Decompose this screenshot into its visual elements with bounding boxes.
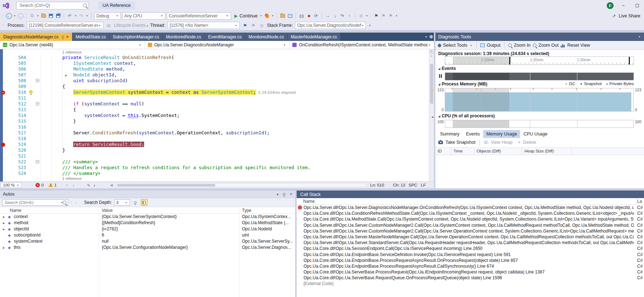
callstack-frame[interactable]: Opc.Ua.Core.dll!Opc.Ua.ServerBase.Proces…	[297, 269, 644, 275]
expander-icon[interactable]: ▸	[3, 220, 5, 226]
stack-frame-select[interactable]: Opc.Ua.Server.DiagnosticsNodeManager.(▾	[295, 22, 366, 29]
breakpoint-margin[interactable]	[0, 142, 10, 147]
next-bookmark-icon[interactable]: ⚑	[388, 12, 394, 19]
minimize-button[interactable]: −	[617, 0, 630, 11]
breakpoint-margin[interactable]	[0, 147, 10, 153]
close-icon[interactable]: ×	[66, 34, 69, 39]
reset-view-button[interactable]: Reset View	[567, 43, 590, 48]
show-output-window-icon[interactable]	[287, 12, 293, 19]
redo-dropdown[interactable]: ▾	[85, 14, 89, 17]
column-header[interactable]: Heap Size (Diff)	[522, 148, 572, 155]
find-in-files-icon[interactable]	[280, 12, 286, 19]
column-header[interactable]: Name	[303, 199, 315, 204]
callstack-frame[interactable]: Opc.Ua.Core.dll!Opc.Ua.MethodState.Call(…	[297, 216, 644, 222]
column-header[interactable]: Name	[10, 208, 21, 213]
diagnostics-tab-cpu-usage[interactable]: CPU Usage	[520, 130, 551, 138]
diagnostic-tools-title[interactable]: Diagnostic Tools ▾	[435, 33, 644, 41]
zoom-out-button[interactable]: Zoom Out	[539, 43, 559, 48]
redo-icon[interactable]: ↷	[78, 12, 84, 19]
window-position-dropdown-icon[interactable]: ▾	[277, 192, 279, 196]
break-all-button[interactable]: ▮▮	[298, 12, 305, 19]
watch-row[interactable]: ◆systemContextnullOpc.Ua.Server.ServerSy…	[0, 238, 295, 244]
format-specifiers-icon[interactable]	[141, 199, 147, 206]
toolbar-grip[interactable]: ⁞	[3, 24, 5, 27]
toolbar-grip[interactable]: ⁞	[369, 14, 372, 18]
breakpoint-margin[interactable]	[0, 171, 10, 176]
next-issue-icon[interactable]: ↓	[72, 183, 75, 187]
diagnostics-tab-summary[interactable]: Summary	[437, 130, 463, 138]
autos-search-box[interactable]: ▾	[2, 199, 68, 206]
output-button[interactable]: Output	[487, 43, 501, 48]
filter-threads-icon[interactable]: ⊘	[259, 22, 265, 29]
collapse-icon[interactable]	[36, 102, 39, 105]
callstack-frame[interactable]: Opc.Ua.Server.dll!Opc.Ua.Server.CustomNo…	[297, 222, 644, 228]
search-next-icon[interactable]: ↓	[75, 200, 77, 205]
column-header[interactable]: ID	[435, 148, 451, 155]
lightbulb-icon[interactable]	[29, 90, 33, 93]
breakpoint-margin[interactable]	[0, 136, 10, 142]
search-previous-icon[interactable]: ↑	[70, 200, 72, 205]
line-ending-indicator[interactable]: LF	[421, 183, 426, 187]
open-file-icon[interactable]	[41, 12, 47, 19]
toolbar-grip[interactable]: ⁞	[2, 14, 5, 18]
editor-tab-eventmanager-cs[interactable]: EventManager.cs	[205, 33, 245, 41]
callstack-frame[interactable]: Opc.Ua.Core.dll!Opc.Ua.ConditionRefreshM…	[297, 210, 644, 216]
thread-flag-icon[interactable]: ⚑	[242, 22, 248, 29]
restore-button[interactable]	[631, 0, 643, 11]
split-window-handle[interactable]: ÷	[429, 49, 434, 54]
stop-debugging-button[interactable]: ■	[306, 12, 312, 19]
watch-row[interactable]: ▸◆objectId{i=2782}Opc.Ua.NodeId	[0, 226, 295, 232]
view-heap-button[interactable]: View Heap	[491, 140, 513, 145]
tab-options-gear-icon[interactable]	[430, 35, 432, 38]
scroll-up-icon[interactable]: ▴	[429, 54, 434, 58]
scrollbar-thumb[interactable]	[117, 184, 215, 187]
error-count-icon[interactable]: ×	[35, 183, 40, 187]
navigate-forward-button[interactable]: →	[17, 12, 24, 19]
search-depth-select[interactable]: 3▾	[114, 199, 130, 206]
breakpoint-margin[interactable]	[0, 84, 10, 89]
autos-title[interactable]: Autos ▾ ×	[0, 191, 295, 198]
menu-ua-reference[interactable]: UA Reference	[98, 1, 135, 9]
hot-reload-dropdown[interactable]: ▾	[271, 14, 274, 17]
disable-breakpoints-icon[interactable]: ⊘	[358, 12, 364, 19]
callstack-frame[interactable]: Opc.Ua.Server.dll!Opc.Ua.Server.Standard…	[297, 240, 644, 246]
panel-menu-dropdown[interactable]: ▾	[638, 35, 641, 38]
take-snapshot-button[interactable]: Take Snapshot	[446, 140, 476, 145]
timeline-ruler[interactable]: 1:10min1:20min1:30min	[445, 57, 634, 65]
solution-platform-select[interactable]: Any CPU▾	[122, 12, 166, 20]
callstack-frame[interactable]: Opc.Ua.Core.dll!Opc.Ua.EndpointBase.Proc…	[297, 263, 644, 269]
quick-search-box[interactable]	[16, 2, 89, 9]
breakpoint-margin[interactable]	[0, 55, 10, 60]
zoom-level-select[interactable]: 100 %▾	[1, 182, 22, 188]
breakpoint-margin[interactable]	[0, 130, 10, 136]
column-header[interactable]: Time	[451, 148, 474, 155]
breakpoint-margin[interactable]	[0, 165, 10, 171]
scrollbar-thumb[interactable]	[430, 64, 433, 104]
autos-search-input[interactable]	[4, 200, 61, 205]
spaces-indicator[interactable]: SPC	[409, 183, 417, 187]
watch-row[interactable]: ▸◆method{[Method]ConditionRefresh}Opc.Ua…	[0, 220, 295, 226]
bookmark-icon[interactable]: ⚑	[373, 12, 379, 19]
language-column-header[interactable]: La	[636, 199, 644, 204]
column-header[interactable]: Type	[242, 208, 251, 213]
callstack-frame[interactable]: [External Code]	[297, 281, 644, 286]
events-section-header[interactable]: ◢Events	[438, 66, 456, 71]
call-stack-title[interactable]: Call Stack	[297, 191, 644, 198]
callstack-frame[interactable]: Opc.Ua.Core.dll!Opc.Ua.SessionEndpoint.C…	[297, 246, 644, 251]
breakpoint-margin[interactable]	[0, 159, 10, 165]
step-out-button[interactable]: ↑	[346, 12, 352, 19]
save-icon[interactable]	[48, 12, 54, 19]
navigate-back-dropdown[interactable]: ▾	[13, 14, 16, 17]
column-header[interactable]: Objects (Diff)	[474, 148, 522, 155]
code-editor[interactable]: 1 reference504 private ServiceResult OnC…	[0, 49, 434, 181]
lifecycle-events-dropdown[interactable]: Lifecycle Events ▾	[114, 23, 148, 28]
breakpoint-margin[interactable]	[0, 107, 10, 113]
codelens-references[interactable]: 1 reference	[62, 176, 428, 181]
editor-tab-monitorednode-cs[interactable]: MonitoredNode.cs	[163, 33, 204, 41]
breakpoint-margin[interactable]	[0, 78, 10, 84]
pin-icon[interactable]	[62, 35, 64, 38]
editor-tab-diagnosticsnodemanager-cs[interactable]: DiagnosticsNodeManager.cs×	[0, 33, 72, 41]
search-input[interactable]	[19, 3, 83, 8]
save-all-icon[interactable]	[55, 12, 61, 19]
breakpoint-margin[interactable]	[0, 124, 10, 130]
